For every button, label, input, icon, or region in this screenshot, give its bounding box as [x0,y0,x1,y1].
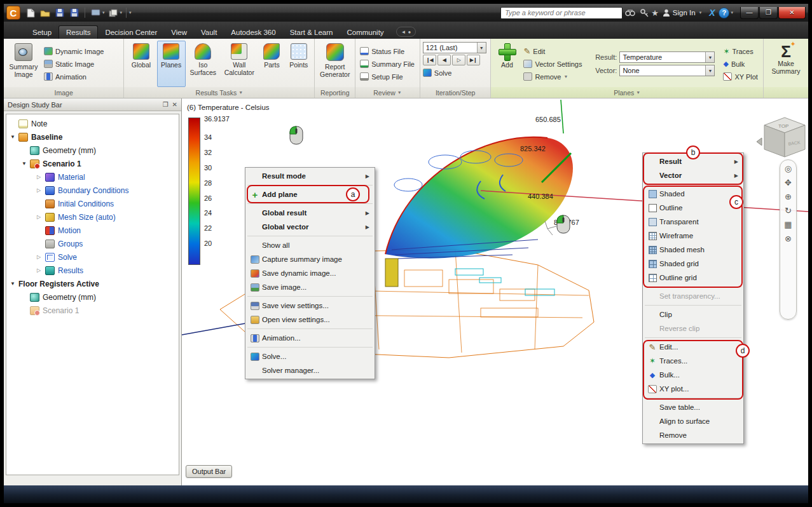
menu-item-solver-manager[interactable]: Solver manager... [245,363,375,377]
search-input[interactable] [500,7,623,19]
menu-item-edit[interactable]: ✎Edit... [643,340,743,354]
tab-decision-center[interactable]: Decision Center [98,25,164,39]
first-iteration-button[interactable]: ❙◀ [423,55,436,65]
status-file-button[interactable]: Status File [358,45,416,57]
menu-item-shaded-grid[interactable]: Shaded grid [643,257,743,271]
exchange-apps-icon[interactable]: X [709,8,715,18]
menu-item-outline[interactable]: Outline [643,201,743,215]
tree-item-note[interactable]: Note [6,117,179,130]
parts-button[interactable]: Parts [259,41,284,87]
vector-dropdown[interactable]: None▼ [619,65,715,76]
collapse-arrow-icon[interactable]: ▷ [37,267,45,273]
tree-item-geometry-2[interactable]: Geometry (mm) [6,290,179,304]
menu-item-global-result[interactable]: Global result▶ [245,206,375,220]
group-label-review[interactable]: Review▼ [355,87,420,98]
points-button[interactable]: Points [286,41,312,87]
close-panel-icon[interactable]: ✕ [172,101,177,108]
view-cube[interactable]: TOP BACK [755,106,808,162]
result-dropdown[interactable]: Temperature▼ [619,51,715,63]
planes-button[interactable]: Planes [157,41,186,87]
look-at-icon[interactable]: ▦ [784,220,792,229]
orbit-icon[interactable]: ↻ [785,206,792,215]
menu-item-bulk[interactable]: ◆Bulk... [643,368,743,382]
summary-file-button[interactable]: Summary File [358,58,416,70]
tab-view[interactable]: View [164,25,194,39]
vector-settings-button[interactable]: Vector Settings [521,58,584,70]
menu-item-save-view-settings[interactable]: Save view settings... [245,299,375,313]
help-dropdown-icon[interactable]: ▾ [731,10,733,15]
last-iteration-button[interactable]: ▶❙ [467,55,480,65]
tree-item-floor-registers-active[interactable]: ▼Floor Registers Active [6,277,179,290]
app-logo-icon[interactable]: C [6,6,20,20]
sign-in-button[interactable]: Sign In ▾ [663,9,701,17]
menu-item-shaded-mesh[interactable]: Shaded mesh [643,243,743,257]
screen-capture-icon[interactable] [89,6,102,19]
play-iteration-button[interactable]: ▷ [452,55,465,65]
menu-item-clip[interactable]: Clip [643,308,743,321]
expand-arrow-icon[interactable]: ▼ [22,161,30,166]
iteration-dropdown[interactable]: 121 (Last)▼ [423,42,486,53]
favorites-star-icon[interactable]: ★ [651,8,659,18]
menu-item-reverse-clip[interactable]: Reverse clip [643,321,743,335]
menu-item-solve[interactable]: Solve... [245,349,375,363]
solve-button[interactable]: Solve [423,67,486,79]
summary-image-button[interactable]: Summary Image [6,41,41,87]
menu-item-save-table[interactable]: Save table... [643,400,743,414]
open-file-icon[interactable] [39,6,52,19]
minimize-button[interactable]: — [740,7,759,19]
iso-surfaces-button[interactable]: Iso Surfaces [187,41,219,87]
wall-calculator-button[interactable]: Wall Calculator [221,41,258,87]
collapse-arrow-icon[interactable]: ▷ [37,214,45,220]
tree-item-initial-conditions[interactable]: Initial Conditions [6,197,179,210]
close-navbar-icon[interactable]: ⊗ [785,234,792,243]
tree-item-material[interactable]: ▷Material [6,170,179,184]
new-file-icon[interactable] [24,6,37,19]
tree-item-geometry[interactable]: Geometry (mm) [6,144,179,157]
tree-item-scenario-1-inactive[interactable]: Scenario 1 [6,304,179,317]
tree-item-groups[interactable]: Groups [6,237,179,250]
menu-item-outline-grid[interactable]: Outline grid [643,271,743,285]
xy-plot-button[interactable]: XY Plot [721,71,760,83]
save-icon[interactable] [53,6,66,19]
animation-button[interactable]: Animation [42,71,106,83]
expand-arrow-icon[interactable]: ▼ [10,281,18,287]
menu-item-xy-plot[interactable]: XY plot... [643,382,743,396]
search-binoculars-icon[interactable] [625,10,635,17]
tree-item-motion[interactable]: Motion [6,224,179,237]
steering-wheel-icon[interactable]: ◎ [785,165,792,173]
tree-item-mesh-size[interactable]: ▷Mesh Size (auto) [6,210,179,224]
menu-item-result[interactable]: Result▶ [643,154,743,168]
menu-item-vector[interactable]: Vector▶ [643,168,743,182]
tab-community[interactable]: Community [340,25,390,39]
menu-item-open-view-settings[interactable]: Open view settings... [245,313,375,327]
edit-plane-button[interactable]: ✎Edit [521,45,584,57]
menu-item-transparent[interactable]: Transparent [643,215,743,229]
tree-item-results[interactable]: ▷Results [6,264,179,277]
dynamic-image-button[interactable]: Dynamic Image [42,45,106,57]
output-bar-button[interactable]: Output Bar [186,465,232,478]
ribbon-display-toggle[interactable]: ◄● [396,27,416,37]
close-button[interactable]: ✕ [778,7,806,19]
expand-arrow-icon[interactable]: ▼ [10,134,18,140]
menu-item-add-plane[interactable]: +Add plane [245,187,375,201]
pan-icon[interactable]: ✥ [785,179,792,187]
save-all-icon[interactable] [68,6,81,19]
menu-item-set-transparency[interactable]: Set transparency... [643,289,743,303]
tab-autodesk-360[interactable]: Autodesk 360 [224,25,282,39]
setup-file-button[interactable]: Setup File [358,71,416,83]
menu-item-capture-summary-image[interactable]: Capture summary image [245,252,375,266]
float-panel-icon[interactable]: ❐ [163,101,169,108]
tree-item-boundary-conditions[interactable]: ▷Boundary Conditions [6,184,179,197]
collapse-arrow-icon[interactable]: ▷ [37,254,45,260]
tree-item-scenario-1[interactable]: ▼Scenario 1 [6,157,179,170]
sign-in-key-icon[interactable] [640,9,649,17]
add-plane-button[interactable]: Add [493,41,520,87]
traces-button[interactable]: ✶Traces [721,45,760,57]
qat-customize-icon[interactable]: ▾ [129,10,132,15]
menu-item-save-image[interactable]: Save image... [245,280,375,294]
report-generator-button[interactable]: Report Generator [318,41,352,87]
tab-start-learn[interactable]: Start & Learn [283,25,340,39]
global-button[interactable]: Global [127,41,155,87]
tab-vault[interactable]: Vault [194,25,224,39]
menu-item-global-vector[interactable]: Global vector▶ [245,220,375,234]
